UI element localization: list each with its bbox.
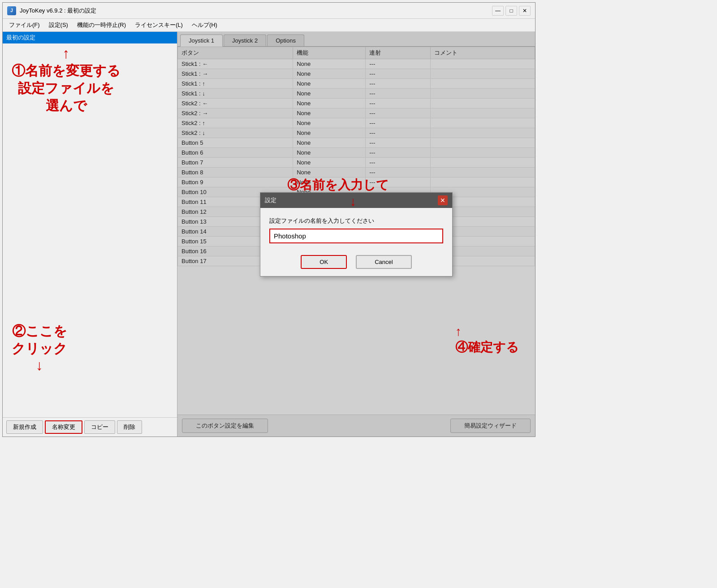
sidebar: 最初の設定 ↑ ①名前を変更する設定ファイルを選んで ②ここをクリック ↓ 新規…	[3, 32, 177, 437]
modal-footer: OK Cancel	[260, 251, 452, 276]
modal-ok-button[interactable]: OK	[301, 255, 347, 269]
menu-license[interactable]: ライセンスキー(L)	[130, 20, 187, 30]
menu-help[interactable]: ヘルプ(H)	[187, 20, 222, 30]
new-button[interactable]: 新規作成	[6, 420, 43, 434]
main-content: 最初の設定 ↑ ①名前を変更する設定ファイルを選んで ②ここをクリック ↓ 新規…	[3, 32, 535, 437]
step4-text: ④確定する	[455, 340, 519, 354]
window-controls: — □ ✕	[492, 6, 531, 16]
main-window: J JoyToKey v6.9.2 : 最初の設定 — □ ✕ ファイル(F) …	[2, 2, 536, 437]
modal-cancel-button[interactable]: Cancel	[356, 255, 411, 269]
modal-titlebar: 設定 ✕	[260, 193, 452, 208]
sidebar-list: 最初の設定	[3, 32, 177, 417]
modal-label: 設定ファイルの名前を入力してください	[269, 217, 443, 225]
copy-button[interactable]: コピー	[84, 420, 115, 434]
step3-text: ③名前を入力して	[287, 177, 389, 194]
menu-pause[interactable]: 機能の一時停止(R)	[73, 20, 130, 30]
window-title: JoyToKey v6.9.2 : 最初の設定	[20, 7, 96, 15]
step4-annotation: ↑ ④確定する	[455, 324, 519, 356]
app-icon: J	[7, 6, 16, 15]
modal-body: 設定ファイルの名前を入力してください	[260, 208, 452, 251]
modal-input[interactable]	[269, 229, 443, 243]
menu-settings[interactable]: 設定(S)	[44, 20, 73, 30]
minimize-button[interactable]: —	[492, 6, 504, 16]
rename-button[interactable]: 名称変更	[45, 420, 82, 434]
title-bar-left: J JoyToKey v6.9.2 : 最初の設定	[7, 6, 96, 15]
delete-button[interactable]: 削除	[117, 420, 142, 434]
title-bar: J JoyToKey v6.9.2 : 最初の設定 — □ ✕	[3, 3, 535, 19]
menu-file[interactable]: ファイル(F)	[4, 20, 44, 30]
modal-close-button[interactable]: ✕	[438, 195, 448, 205]
step4-arrow-up: ↑	[455, 324, 462, 338]
right-panel: Joystick 1 Joystick 2 Options ボタン 機能 連射 …	[177, 32, 535, 437]
menu-bar: ファイル(F) 設定(S) 機能の一時停止(R) ライセンスキー(L) ヘルプ(…	[3, 19, 535, 32]
rename-modal: 設定 ✕ ③名前を入力して ↓ 設定ファイルの名前を入力してください OK	[260, 192, 453, 277]
maximize-button[interactable]: □	[505, 6, 517, 16]
close-button[interactable]: ✕	[519, 6, 531, 16]
sidebar-footer: 新規作成 名称変更 コピー 削除	[3, 417, 177, 437]
sidebar-item-first[interactable]: 最初の設定	[3, 32, 177, 43]
modal-overlay: 設定 ✕ ③名前を入力して ↓ 設定ファイルの名前を入力してください OK	[177, 32, 535, 437]
modal-title: 設定	[265, 196, 276, 204]
